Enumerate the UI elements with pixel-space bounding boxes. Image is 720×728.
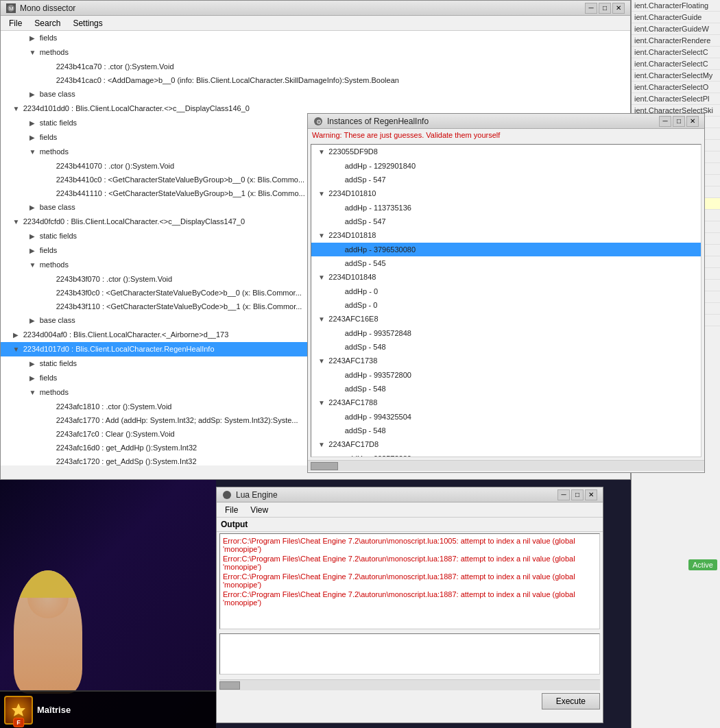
expander-icon: ▶ (27, 372, 37, 385)
tree-row-baseclass-1[interactable]: ▶ base class (1, 87, 630, 101)
execute-button[interactable]: Execute (542, 693, 600, 709)
instances-minimize-btn[interactable]: ─ (659, 116, 671, 127)
expander-icon: ▼ (11, 103, 21, 115)
field-text: addSp - 0 (345, 301, 378, 309)
search-menu[interactable]: Search (29, 17, 66, 29)
field-text: addSp - 545 (345, 259, 386, 267)
tree-row-text: 2243b441110 : <GetCharacterStateValueByG… (56, 189, 305, 197)
instance-row-5-addr[interactable]: ▼ 2243AFC16E8 (311, 312, 701, 326)
tree-row-method-adddamage[interactable]: 2243b41cac0 : <AddDamage>b__0 (info: Bli… (1, 73, 630, 87)
lua-minimize-btn[interactable]: ─ (557, 489, 570, 500)
instance-6-addsp[interactable]: addSp - 548 (311, 382, 701, 396)
field-text: addHp - 3796530080 (345, 245, 416, 254)
lua-file-menu[interactable]: File (219, 504, 243, 516)
expander-icon: ▶ (11, 329, 21, 341)
instances-maximize-btn[interactable]: □ (673, 116, 685, 127)
field-text: addHp - 993572800 (345, 371, 411, 379)
tree-row-method-ctor1[interactable]: 2243b41ca70 : .ctor ():System.Void (1, 60, 630, 73)
instance-5-addhp[interactable]: addHp - 993572848 (311, 326, 701, 340)
instance-row-1-addr[interactable]: ▼ 223055DF9D8 (311, 145, 701, 159)
right-panel-item-7[interactable]: ient.CharacterSelectO (632, 82, 720, 93)
instance-7-addhp[interactable]: addHp - 994325504 (311, 410, 701, 424)
close-button[interactable]: ✕ (612, 3, 625, 14)
tree-row-text: 2243b441070 : .ctor ():System.Void (56, 162, 174, 170)
instance-row-3-addr[interactable]: ▼ 2234D101818 (311, 228, 701, 243)
tree-row-text: 2234d004af0 : Blis.Client.LocalCharacter… (23, 330, 229, 339)
expander-icon: ▶ (27, 230, 37, 243)
instance-7-addsp[interactable]: addSp - 548 (311, 424, 701, 437)
instance-6-addhp[interactable]: addHp - 993572800 (311, 368, 701, 382)
instance-row-6-addr[interactable]: ▼ 2243AFC1738 (311, 354, 701, 368)
tree-row-text: 2243b41ca70 : .ctor ():System.Void (56, 62, 174, 71)
instance-1-addsp[interactable]: addSp - 547 (311, 173, 701, 186)
svg-text:M: M (9, 5, 14, 12)
instances-scrollbar-h[interactable] (308, 460, 704, 471)
field-text: addSp - 548 (345, 343, 386, 351)
instance-4-addsp[interactable]: addSp - 0 (311, 298, 701, 312)
instance-address: 223055DF9D8 (328, 147, 378, 156)
field-text: addHp - 994325504 (345, 413, 411, 421)
expander-icon: ▼ (317, 397, 326, 409)
instance-row-2-addr[interactable]: ▼ 2234D101810 (311, 186, 701, 201)
expander-icon: ▼ (11, 216, 21, 228)
expander-icon: ▶ (27, 132, 37, 144)
instances-tree-area[interactable]: ▼ 223055DF9D8 addHp - 1292901840 addSp -… (311, 144, 701, 457)
svg-marker-0 (12, 703, 25, 716)
character-avatar-area (14, 570, 96, 707)
lua-maximize-btn[interactable]: □ (571, 489, 584, 500)
expander-icon: ▼ (317, 146, 326, 158)
tree-row-text: 2243afc1810 : .ctor ():System.Void (56, 402, 172, 411)
right-panel-item-5[interactable]: ient.CharacterSelectC (632, 58, 720, 70)
instance-row-4-addr[interactable]: ▼ 2234D101848 (311, 270, 701, 284)
file-menu[interactable]: File (3, 17, 27, 29)
right-panel-item-4[interactable]: ient.CharacterSelectC (632, 47, 720, 58)
lua-input-scrollbar-h[interactable] (219, 679, 600, 690)
skill-name: Maîtrise (37, 705, 71, 715)
instance-3-addhp[interactable]: addHp - 3796530080 (311, 243, 701, 256)
expander-icon: ▼ (317, 271, 326, 284)
lua-output-area[interactable]: Error:C:\Program Files\Cheat Engine 7.2\… (219, 533, 600, 629)
maximize-button[interactable]: □ (599, 3, 611, 14)
instance-4-addhp[interactable]: addHp - 0 (311, 284, 701, 298)
tree-row-fields-1[interactable]: ▶ fields (1, 31, 630, 45)
instance-address: 2234D101810 (328, 189, 376, 197)
instance-2-addsp[interactable]: addSp - 547 (311, 215, 701, 228)
tree-row-text: methods (40, 388, 69, 396)
instance-3-addsp[interactable]: addSp - 545 (311, 256, 701, 270)
instance-2-addhp[interactable]: addHp - 113735136 (311, 201, 701, 215)
right-panel-item-3[interactable]: ient.CharacterRendere (632, 35, 720, 47)
settings-menu[interactable]: Settings (67, 17, 108, 29)
lua-engine-titlebar: Lua Engine ─ □ ✕ (217, 487, 603, 502)
lua-view-menu[interactable]: View (245, 504, 274, 516)
tree-row-methods-1[interactable]: ▼ methods (1, 45, 630, 60)
tree-row-text: fields (40, 246, 58, 254)
instance-row-7-addr[interactable]: ▼ 2243AFC1788 (311, 396, 701, 410)
field-text: addSp - 547 (345, 175, 386, 184)
instance-5-addsp[interactable]: addSp - 548 (311, 340, 701, 354)
right-panel-item-0[interactable]: ient.CharacterFloating (632, 0, 720, 12)
skill-icon-wrapper[interactable]: F (4, 696, 33, 725)
expander-icon: ▶ (27, 245, 37, 257)
minimize-button[interactable]: ─ (585, 3, 597, 14)
lua-input-textarea[interactable] (219, 633, 600, 675)
lua-error-4: Error:C:\Program Files\Cheat Engine 7.2\… (223, 590, 597, 607)
instances-close-btn[interactable]: ✕ (686, 116, 699, 127)
tree-row-text: 2243afc1770 : Add (addHp: System.Int32; … (56, 416, 298, 424)
right-panel-item-6[interactable]: ient.CharacterSelectMy (632, 70, 720, 82)
tree-row-text: 2243afc1720 : get_AddSp ():System.Int32 (56, 457, 197, 465)
expander-icon: ▶ (27, 202, 37, 214)
right-panel-item-2[interactable]: ient.CharacterGuideW (632, 23, 720, 35)
lua-engine-window: Lua Engine ─ □ ✕ File View Output Error:… (216, 487, 603, 723)
instance-row-8-addr[interactable]: ▼ 2243AFC17D8 (311, 437, 701, 452)
expander-icon: ▶ (27, 358, 37, 370)
right-panel-item-1[interactable]: ient.CharacterGuide (632, 12, 720, 23)
instance-address: 2243AFC17D8 (328, 440, 379, 448)
instance-8-addhp[interactable]: addHp - 993573280 (311, 452, 701, 457)
instance-1-addhp[interactable]: addHp - 1292901840 (311, 159, 701, 173)
lua-close-btn[interactable]: ✕ (585, 489, 597, 500)
right-panel-item-8[interactable]: ient.CharacterSelectPl (632, 93, 720, 105)
expander-icon: ▶ (27, 88, 37, 101)
tree-row-text: static fields (40, 232, 77, 240)
expander-icon: ▶ (27, 32, 37, 45)
tree-row-text: static fields (40, 359, 77, 367)
